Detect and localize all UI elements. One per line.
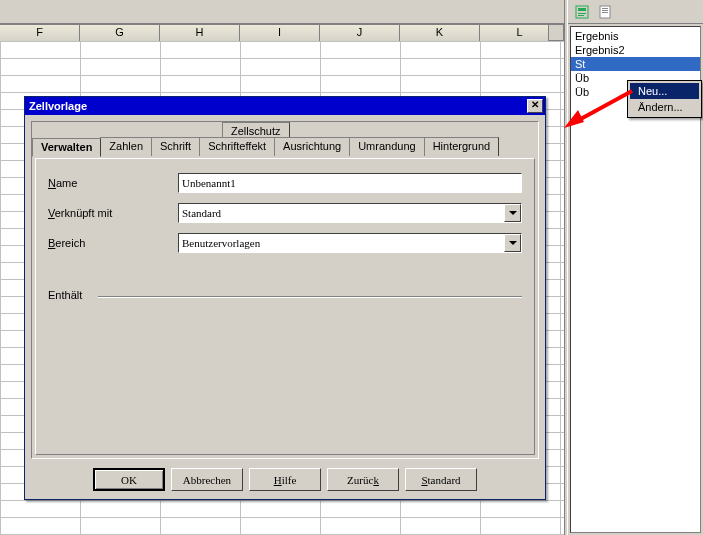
tab-schrift[interactable]: Schrift xyxy=(151,137,200,156)
list-item[interactable]: St xyxy=(571,57,700,71)
styles-toolbar xyxy=(568,0,703,24)
page-styles-icon[interactable] xyxy=(595,2,615,22)
dialog-titlebar[interactable]: Zellvorlage ✕ xyxy=(25,97,545,115)
col-header[interactable]: J xyxy=(320,25,400,42)
area-select[interactable]: Benutzervorlagen xyxy=(178,233,522,253)
svg-rect-5 xyxy=(602,8,608,9)
name-input[interactable] xyxy=(178,173,522,193)
tab-schrifteffekt[interactable]: Schrifteffekt xyxy=(199,137,275,156)
col-header[interactable]: F xyxy=(0,25,80,42)
col-header[interactable]: G xyxy=(80,25,160,42)
tab-hintergrund[interactable]: Hintergrund xyxy=(424,137,499,156)
ok-button[interactable]: OK xyxy=(93,468,165,491)
menu-item-new[interactable]: Neu... xyxy=(630,83,699,99)
dialog-title: Zellvorlage xyxy=(29,100,527,112)
column-headers: F G H I J K L xyxy=(0,24,564,41)
paragraph-styles-icon[interactable] xyxy=(572,2,592,22)
col-header[interactable]: I xyxy=(240,25,320,42)
tab-zahlen[interactable]: Zahlen xyxy=(100,137,152,156)
tab-row-front: Verwalten Zahlen Schrift Schrifteffekt A… xyxy=(32,137,538,156)
svg-rect-0 xyxy=(576,6,588,18)
dialog-body: Zellschutz Verwalten Zahlen Schrift Schr… xyxy=(31,121,539,459)
close-icon[interactable]: ✕ xyxy=(527,99,543,113)
back-button[interactable]: Zurück xyxy=(327,468,399,491)
contains-group-label: Enthält xyxy=(48,289,522,301)
column-scroll-gap xyxy=(548,24,564,41)
help-button[interactable]: Hilfe xyxy=(249,468,321,491)
svg-rect-7 xyxy=(602,12,608,13)
col-header[interactable]: H xyxy=(160,25,240,42)
context-menu: Neu... Ändern... xyxy=(627,80,702,118)
tab-umrandung[interactable]: Umrandung xyxy=(349,137,424,156)
linked-select[interactable]: Standard xyxy=(178,203,522,223)
cell-style-dialog: Zellvorlage ✕ Zellschutz Verwalten Zahle… xyxy=(24,96,546,500)
tab-verwalten[interactable]: Verwalten xyxy=(32,138,101,157)
svg-rect-6 xyxy=(602,10,608,11)
col-header[interactable]: K xyxy=(400,25,480,42)
svg-rect-3 xyxy=(578,15,584,16)
chevron-down-icon[interactable] xyxy=(504,234,521,252)
linked-label: Verknüpft mit xyxy=(48,207,178,219)
name-label: Name xyxy=(48,177,178,189)
svg-rect-1 xyxy=(578,8,586,11)
list-item[interactable]: Ergebnis xyxy=(571,29,700,43)
tab-ausrichtung[interactable]: Ausrichtung xyxy=(274,137,350,156)
standard-button[interactable]: Standard xyxy=(405,468,477,491)
menu-item-modify[interactable]: Ändern... xyxy=(630,99,699,115)
svg-rect-2 xyxy=(578,13,586,14)
app-toolbar-stub xyxy=(0,0,564,24)
chevron-down-icon[interactable] xyxy=(504,204,521,222)
area-label: Bereich xyxy=(48,237,178,249)
cancel-button[interactable]: Abbrechen xyxy=(171,468,243,491)
tab-panel-verwalten: Name Verknüpft mit Standard Bereich Benu… xyxy=(35,158,535,455)
list-item[interactable]: Ergebnis2 xyxy=(571,43,700,57)
dialog-button-row: OK Abbrechen Hilfe Zurück Standard xyxy=(25,468,545,491)
